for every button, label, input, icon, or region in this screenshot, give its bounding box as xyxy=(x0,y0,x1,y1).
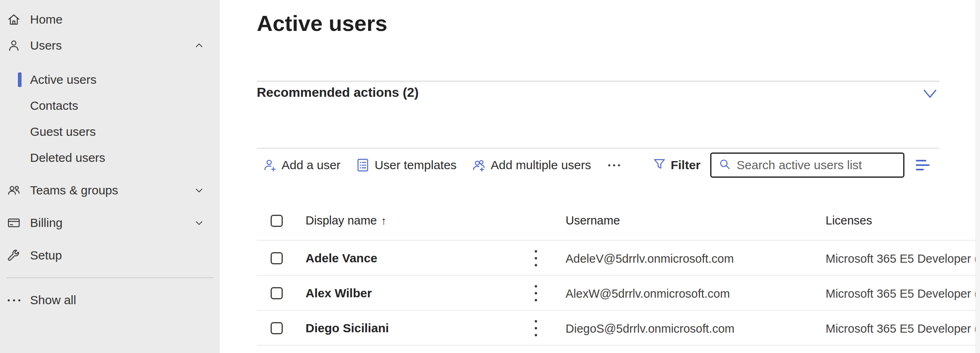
licenses-cell: Microsoft 365 E5 Developer (withou xyxy=(826,252,980,266)
billing-card-icon xyxy=(6,215,22,231)
recommended-actions-expand-button[interactable] xyxy=(921,87,939,100)
sidebar-item-label: Home xyxy=(30,13,63,26)
sidebar-item-label: Billing xyxy=(30,216,63,230)
left-navigation: Home Users Active users Contacts Guest u… xyxy=(0,0,220,353)
chevron-down-icon xyxy=(193,217,205,229)
add-multiple-users-icon xyxy=(471,157,487,173)
sidebar-item-users[interactable]: Users xyxy=(0,33,220,59)
licenses-cell: Microsoft 365 E5 Developer (withou xyxy=(826,322,980,336)
column-header-username[interactable]: Username xyxy=(566,214,620,227)
home-icon xyxy=(6,11,22,28)
sidebar-item-label: Teams & groups xyxy=(30,183,118,197)
row-checkbox[interactable] xyxy=(271,252,283,264)
toolbar-button-label: Add multiple users xyxy=(491,158,591,172)
search-input[interactable] xyxy=(737,158,898,172)
add-user-icon xyxy=(262,157,278,173)
licenses-cell: Microsoft 365 E5 Developer (withou xyxy=(826,287,980,301)
more-actions-button[interactable] xyxy=(606,164,622,166)
sidebar-item-active-users[interactable]: Active users xyxy=(0,67,220,93)
vertical-ellipsis-icon xyxy=(535,250,537,253)
row-more-actions-button[interactable] xyxy=(530,283,542,304)
filter-button[interactable]: Filter xyxy=(652,157,700,174)
search-icon xyxy=(718,157,732,173)
table-header-row: Display name↑ Username Licenses xyxy=(220,203,980,241)
search-box[interactable] xyxy=(710,153,904,178)
row-divider xyxy=(257,345,980,346)
display-name-cell: Alex Wilber xyxy=(306,286,372,300)
sidebar-item-label: Deleted users xyxy=(30,151,105,165)
sidebar-item-label: Contacts xyxy=(30,99,78,113)
chevron-down-icon xyxy=(921,87,939,100)
sidebar-item-setup[interactable]: Setup xyxy=(0,242,220,268)
user-templates-button[interactable]: User templates xyxy=(355,157,457,173)
chevron-up-icon xyxy=(193,39,205,52)
toolbar-right-group: Filter xyxy=(652,151,931,179)
sort-lines-icon[interactable] xyxy=(914,158,931,172)
display-name-cell: Diego Siciliani xyxy=(306,321,389,335)
sort-ascending-icon: ↑ xyxy=(381,215,387,227)
column-header-label: Display name xyxy=(306,214,377,227)
sidebar-item-label: Show all xyxy=(30,293,76,307)
select-all-checkbox[interactable] xyxy=(271,215,283,227)
sidebar-item-teams-groups[interactable]: Teams & groups xyxy=(0,177,220,203)
row-more-actions-button[interactable] xyxy=(530,318,542,339)
table-row[interactable]: Adele Vance AdeleV@5drrlv.onmicrosoft.co… xyxy=(220,241,980,276)
sidebar-item-billing[interactable]: Billing xyxy=(0,210,220,236)
page-title: Active users xyxy=(257,11,387,36)
sidebar-item-contacts[interactable]: Contacts xyxy=(0,93,220,119)
vertical-scrollbar[interactable] xyxy=(976,0,980,353)
selected-indicator xyxy=(18,72,22,87)
sidebar-item-label: Users xyxy=(30,39,62,52)
ellipsis-icon xyxy=(6,292,22,308)
sidebar-item-deleted-users[interactable]: Deleted users xyxy=(0,145,220,171)
sidebar-divider xyxy=(7,277,213,278)
person-icon xyxy=(6,37,22,54)
table-row[interactable]: Diego Siciliani DiegoS@5drrlv.onmicrosof… xyxy=(220,311,980,346)
add-multiple-users-button[interactable]: Add multiple users xyxy=(471,157,591,173)
toolbar-button-label: User templates xyxy=(375,158,457,172)
filter-funnel-icon xyxy=(652,157,667,174)
toolbar-button-label: Add a user xyxy=(282,158,340,172)
add-a-user-button[interactable]: Add a user xyxy=(262,157,340,173)
row-more-actions-button[interactable] xyxy=(530,248,542,269)
filter-label: Filter xyxy=(671,158,700,172)
people-icon xyxy=(6,182,22,198)
main-content: Active users Recommended actions (2) Add… xyxy=(220,0,980,353)
vertical-ellipsis-icon xyxy=(535,320,537,322)
section-divider xyxy=(257,81,939,82)
display-name-cell: Adele Vance xyxy=(306,251,377,265)
section-divider xyxy=(257,148,939,149)
sidebar-item-label: Active users xyxy=(30,73,96,87)
row-checkbox[interactable] xyxy=(271,322,283,334)
username-cell: DiegoS@5drrlv.onmicrosoft.com xyxy=(566,322,735,336)
column-header-licenses[interactable]: Licenses xyxy=(826,214,872,227)
row-checkbox[interactable] xyxy=(271,287,283,299)
more-ellipsis-icon xyxy=(608,164,610,166)
username-cell: AlexW@5drrlv.onmicrosoft.com xyxy=(566,287,730,301)
actions-toolbar: Add a user User templates xyxy=(220,151,980,179)
vertical-ellipsis-icon xyxy=(535,285,537,288)
user-templates-icon xyxy=(355,157,371,173)
sidebar-item-label: Setup xyxy=(30,248,62,262)
table-row[interactable]: Alex Wilber AlexW@5drrlv.onmicrosoft.com… xyxy=(220,276,980,311)
sidebar-item-guest-users[interactable]: Guest users xyxy=(0,119,220,145)
sidebar-item-show-all[interactable]: Show all xyxy=(0,287,220,313)
recommended-actions-heading[interactable]: Recommended actions (2) xyxy=(257,85,418,100)
wrench-icon xyxy=(6,247,22,264)
toolbar-left-group: Add a user User templates xyxy=(262,151,622,179)
chevron-down-icon xyxy=(193,184,205,196)
users-sub-menu: Active users Contacts Guest users Delete… xyxy=(0,67,220,171)
sidebar-item-home[interactable]: Home xyxy=(0,7,220,33)
column-header-display-name[interactable]: Display name↑ xyxy=(306,214,386,227)
sidebar-item-label: Guest users xyxy=(30,125,96,139)
username-cell: AdeleV@5drrlv.onmicrosoft.com xyxy=(566,252,734,266)
